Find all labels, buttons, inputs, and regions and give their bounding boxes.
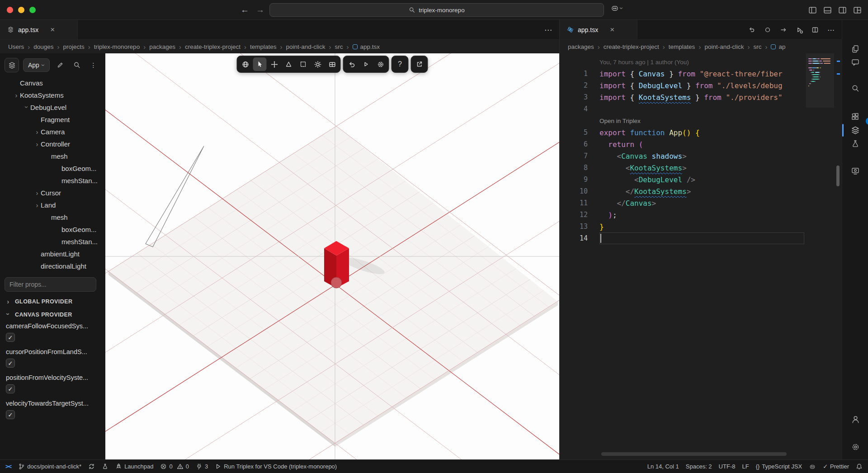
code-line[interactable]: 13} (560, 221, 806, 232)
code-line[interactable]: 12 ); (560, 209, 806, 221)
more-actions-icon[interactable]: ⋯ (825, 24, 837, 36)
language-status[interactable]: {} TypeScript JSX (756, 463, 802, 470)
toggle-panel-icon[interactable] (823, 6, 832, 14)
close-window-button[interactable] (7, 7, 13, 13)
breadcrumb-item[interactable]: src (335, 43, 343, 50)
code-line[interactable]: 10 </KootaSystems> (560, 185, 806, 197)
scene-tree-item[interactable]: ›Cursor (0, 187, 105, 199)
formatter-status[interactable]: ✓ Prettier (823, 463, 849, 470)
copilot-status[interactable] (809, 463, 816, 470)
breadcrumb-item[interactable]: point-and-click (286, 43, 326, 50)
filter-props-input[interactable] (5, 277, 96, 292)
scene-tree-item[interactable]: Fragment (0, 114, 105, 126)
horizontal-scrollbar[interactable] (601, 452, 787, 456)
camera-tool-button[interactable] (239, 57, 252, 71)
code-line[interactable]: 5export function App() { (560, 127, 806, 138)
sidebar-item-search[interactable] (847, 80, 863, 97)
ports-status[interactable]: 3 (196, 463, 208, 470)
minimize-window-button[interactable] (18, 7, 24, 13)
history-back-button[interactable]: ← (241, 0, 249, 20)
code-line[interactable]: Open in Triplex (560, 115, 806, 127)
lighting-button[interactable] (311, 57, 325, 71)
prop-checkbox[interactable]: ✓ (6, 333, 15, 342)
customize-layout-icon[interactable] (853, 6, 862, 14)
split-editor-button[interactable] (809, 24, 821, 36)
remote-indicator[interactable]: >< (5, 463, 11, 470)
copilot-menu-button[interactable]: › (610, 4, 623, 13)
indentation-status[interactable]: Spaces: 2 (686, 463, 712, 470)
edit-component-button[interactable] (54, 59, 66, 71)
prop-checkbox[interactable]: ✓ (6, 359, 15, 368)
test-status-button[interactable] (102, 463, 108, 470)
scene-tree-item[interactable]: ›Controller (0, 138, 105, 150)
code-line[interactable]: 6 return ( (560, 138, 806, 150)
history-forward-button[interactable]: → (256, 0, 264, 20)
code-area[interactable]: You, 7 hours ago | 1 author (You)1import… (560, 53, 806, 459)
scrollbar-thumb[interactable] (836, 166, 840, 186)
play-button[interactable] (359, 57, 373, 71)
breadcrumb-item[interactable]: triplex-monorepo (94, 43, 140, 50)
cursor-position-status[interactable]: Ln 14, Col 1 (647, 463, 679, 470)
code-line[interactable]: 11 </Canvas> (560, 197, 806, 209)
sidebar-item-chat[interactable] (847, 54, 863, 71)
scene-tree-item[interactable]: meshStan... (0, 236, 105, 248)
breadcrumb-item[interactable]: templates (669, 43, 695, 50)
more-tab-actions-icon[interactable]: ⋯ (544, 20, 552, 40)
breadcrumb-item[interactable]: create-triplex-project (185, 43, 241, 50)
settings-button[interactable] (374, 57, 387, 71)
select-tool-button[interactable] (253, 57, 267, 71)
notifications-button[interactable] (856, 463, 863, 470)
breadcrumb-item[interactable]: Users (8, 43, 24, 50)
provider-section-header[interactable]: ›GLOBAL PROVIDER (0, 295, 105, 308)
zoom-window-button[interactable] (29, 7, 36, 13)
toggle-primary-sidebar-icon[interactable] (808, 6, 817, 14)
code-line[interactable]: 1import { Canvas } from "@react-three/fi… (560, 68, 806, 80)
run-or-debug-button[interactable] (793, 24, 806, 36)
breadcrumb-item[interactable]: app.tsx (353, 43, 380, 50)
prop-checkbox[interactable]: ✓ (6, 410, 15, 419)
search-scene-button[interactable] (71, 59, 83, 71)
scene-tree-item[interactable]: boxGeom... (0, 162, 105, 175)
code-line[interactable]: 14 (560, 232, 806, 244)
breadcrumb-item[interactable]: create-triplex-project (604, 43, 659, 50)
scene-panel-menu-icon[interactable]: ⋮ (87, 59, 100, 71)
manage-button[interactable] (847, 439, 863, 455)
minimap[interactable] (806, 53, 834, 459)
breadcrumb-item[interactable]: point-and-click (704, 43, 744, 50)
scene-tree-item[interactable]: ambientLight (0, 248, 105, 260)
toggle-secondary-sidebar-icon[interactable] (838, 6, 847, 14)
scene-tree-item[interactable]: ›DebugLevel (0, 101, 105, 114)
toggle-blame-button[interactable] (761, 24, 774, 36)
close-tab-icon[interactable]: × (48, 26, 57, 33)
scene-tree-item[interactable]: ›Camera (0, 126, 105, 138)
help-button[interactable]: ? (393, 57, 407, 71)
translate-tool-button[interactable] (268, 57, 281, 71)
tab-triplex-scene[interactable]: app.tsx × (0, 20, 78, 39)
code-line[interactable]: 3import { KootaSystems } from "./provide… (560, 91, 806, 103)
code-line[interactable]: 9 <DebugLevel /> (560, 174, 806, 185)
provider-section-header[interactable]: ›CANVAS PROVIDER (0, 308, 105, 321)
eol-status[interactable]: LF (742, 463, 749, 470)
triplex-logo-button[interactable] (5, 58, 19, 72)
breadcrumb-item[interactable]: templates (250, 43, 277, 50)
scene-tree-item[interactable]: Canvas (0, 77, 105, 89)
discard-changes-button[interactable] (745, 24, 758, 36)
cursor-sphere[interactable] (331, 277, 342, 288)
scene-tree-item[interactable]: mesh (0, 211, 105, 223)
account-button[interactable] (847, 411, 863, 427)
undo-button[interactable] (345, 57, 359, 71)
code-line[interactable]: 2import { DebugLevel } from "./levels/de… (560, 80, 806, 91)
scene-tree-item[interactable]: meshStan... (0, 175, 105, 187)
run-task-button[interactable]: Run Triplex for VS Code (triplex-monorep… (215, 463, 337, 470)
scene-viewport[interactable]: ? (105, 53, 559, 459)
sync-changes-button[interactable] (88, 463, 95, 470)
breadcrumb-item[interactable]: packages (568, 43, 594, 50)
code-line[interactable]: 4 (560, 103, 806, 115)
scene-tree-item[interactable]: boxGeom... (0, 223, 105, 236)
breadcrumb-item[interactable]: douges (33, 43, 53, 50)
rotate-tool-button[interactable] (282, 57, 296, 71)
breadcrumb-item[interactable]: projects (63, 43, 85, 50)
prop-checkbox[interactable]: ✓ (6, 384, 15, 393)
codelens-link[interactable]: Open in Triplex (599, 118, 641, 124)
sidebar-item-remote-explorer[interactable] (847, 163, 863, 179)
